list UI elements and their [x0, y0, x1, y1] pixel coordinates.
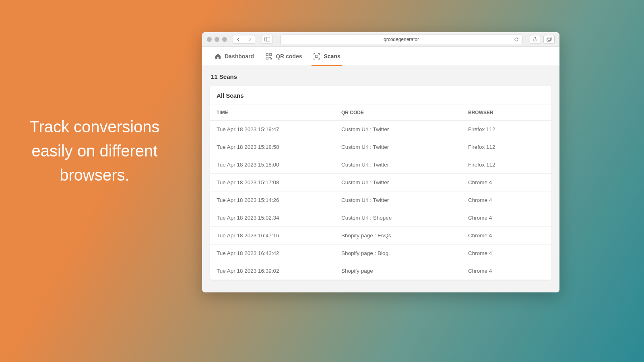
tab-scans[interactable]: Scans [313, 47, 340, 66]
tab-bar: Dashboard QR codes Scans [202, 47, 559, 66]
sidebar-toggle-button[interactable] [262, 35, 273, 44]
cell-qrcode: Shopify page [341, 268, 468, 274]
tab-qrcodes[interactable]: QR codes [265, 47, 302, 66]
reload-icon[interactable] [514, 37, 519, 42]
cell-time: Tue Apr 18 2023 15:18:00 [217, 162, 341, 168]
svg-rect-6 [266, 57, 268, 59]
cell-browser: Firefox 112 [468, 162, 545, 168]
col-header-time[interactable]: TIME [217, 110, 341, 115]
table-row[interactable]: Tue Apr 18 2023 16:47:16Shopify page : F… [210, 227, 551, 245]
tab-label: QR codes [276, 53, 302, 60]
svg-rect-2 [547, 38, 550, 41]
table-body: Tue Apr 18 2023 15:19:47Custom Url : Twi… [210, 121, 551, 280]
svg-rect-7 [270, 57, 270, 58]
cell-qrcode: Custom Url : Twitter [341, 197, 468, 203]
svg-rect-4 [266, 53, 268, 56]
table-row[interactable]: Tue Apr 18 2023 15:17:08Custom Url : Twi… [210, 174, 551, 191]
back-button[interactable] [233, 35, 244, 44]
table-header: TIME QR CODE BROWSER [210, 105, 551, 121]
hero-text: Track conversions easily on different br… [24, 115, 165, 187]
cell-time: Tue Apr 18 2023 15:17:08 [217, 179, 341, 185]
cell-qrcode: Custom Url : Twitter [341, 126, 468, 132]
table-row[interactable]: Tue Apr 18 2023 15:19:47Custom Url : Twi… [210, 121, 551, 138]
home-icon [214, 53, 221, 60]
cell-qrcode: Shopify page : Blog [341, 250, 468, 256]
cell-browser: Chrome 4 [468, 197, 545, 203]
cell-time: Tue Apr 18 2023 15:02:34 [217, 215, 341, 221]
cell-time: Tue Apr 18 2023 15:19:47 [217, 126, 341, 132]
cell-qrcode: Shopify page : FAQs [341, 232, 468, 239]
forward-button[interactable] [244, 35, 255, 44]
scan-count: 11 Scans [202, 73, 559, 86]
cell-browser: Chrome 4 [468, 179, 545, 185]
cell-qrcode: Custom Url : Twitter [341, 162, 468, 168]
table-row[interactable]: Tue Apr 18 2023 15:14:26Custom Url : Twi… [210, 191, 551, 209]
col-header-browser[interactable]: BROWSER [468, 110, 545, 115]
maximize-icon[interactable] [222, 37, 227, 42]
tabs-button[interactable] [543, 35, 555, 44]
col-header-qrcode[interactable]: QR CODE [341, 110, 468, 115]
share-button[interactable] [530, 35, 541, 44]
app-content: Dashboard QR codes Scans 11 Scans All Sc… [202, 47, 559, 292]
url-bar[interactable]: qrcodegenerator [280, 35, 522, 44]
minimize-icon[interactable] [215, 37, 219, 42]
cell-time: Tue Apr 18 2023 16:39:02 [217, 268, 341, 274]
svg-rect-0 [265, 37, 270, 41]
traffic-lights [207, 37, 227, 42]
card-title: All Scans [210, 86, 551, 105]
tab-label: Dashboard [225, 53, 254, 60]
tab-dashboard[interactable]: Dashboard [214, 47, 254, 66]
cell-qrcode: Custom Url : Twitter [341, 144, 468, 150]
table-row[interactable]: Tue Apr 18 2023 16:43:42Shopify page : B… [210, 245, 551, 262]
cell-browser: Chrome 4 [468, 215, 545, 221]
qr-icon [265, 53, 272, 60]
page-body: 11 Scans All Scans TIME QR CODE BROWSER … [202, 66, 559, 280]
url-text: qrcodegenerator [384, 37, 419, 42]
chrome-right [530, 35, 555, 44]
table-row[interactable]: Tue Apr 18 2023 15:18:00Custom Url : Twi… [210, 156, 551, 174]
cell-browser: Chrome 4 [468, 268, 545, 274]
cell-time: Tue Apr 18 2023 15:14:26 [217, 197, 341, 203]
cell-qrcode: Custom Url : Shopee [341, 215, 468, 221]
svg-rect-5 [270, 53, 272, 56]
tab-label: Scans [324, 53, 340, 60]
cell-time: Tue Apr 18 2023 16:47:16 [217, 232, 341, 239]
cell-time: Tue Apr 18 2023 15:18:58 [217, 144, 341, 150]
svg-rect-9 [316, 55, 318, 58]
nav-group [233, 35, 255, 44]
cell-browser: Chrome 4 [468, 232, 545, 239]
svg-rect-8 [271, 58, 272, 59]
cell-browser: Firefox 112 [468, 126, 545, 132]
cell-qrcode: Custom Url : Twitter [341, 179, 468, 185]
cell-time: Tue Apr 18 2023 16:43:42 [217, 250, 341, 256]
table-row[interactable]: Tue Apr 18 2023 15:18:58Custom Url : Twi… [210, 138, 551, 156]
scans-card: All Scans TIME QR CODE BROWSER Tue Apr 1… [210, 86, 551, 280]
browser-chrome: qrcodegenerator [202, 32, 559, 47]
qr-scan-icon [313, 53, 320, 60]
close-icon[interactable] [207, 37, 212, 42]
table-row[interactable]: Tue Apr 18 2023 16:39:02Shopify pageChro… [210, 262, 551, 280]
cell-browser: Chrome 4 [468, 250, 545, 256]
browser-window: qrcodegenerator Dashboard [202, 32, 559, 292]
cell-browser: Firefox 112 [468, 144, 545, 150]
svg-rect-3 [548, 37, 551, 40]
table-row[interactable]: Tue Apr 18 2023 15:02:34Custom Url : Sho… [210, 209, 551, 227]
